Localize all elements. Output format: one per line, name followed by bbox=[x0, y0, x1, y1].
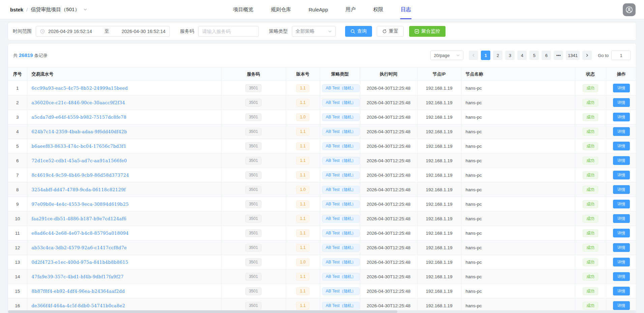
strategy-tag-cell: AB Test（随机）. bbox=[320, 81, 360, 95]
node-name-cell: hans-pc bbox=[461, 284, 575, 298]
transaction-id-link[interactable]: faa291ce-db51-4886-b187-b9e7cd124af6 bbox=[32, 216, 127, 221]
horizontal-scrollbar[interactable] bbox=[8, 310, 636, 313]
end-datetime[interactable]: 2026-04-30 16:52:14 bbox=[122, 29, 165, 34]
version-tag-cell: 1.1 bbox=[286, 240, 320, 255]
goto-page-input[interactable] bbox=[611, 51, 631, 60]
page-button-5[interactable]: 5 bbox=[529, 51, 539, 60]
detail-button[interactable]: 详情 bbox=[613, 287, 630, 295]
service-code-tag: 3501 bbox=[245, 157, 262, 165]
detail-button[interactable]: 详情 bbox=[613, 127, 630, 136]
detail-button[interactable]: 详情 bbox=[613, 258, 630, 266]
tab-logs[interactable]: 日志 bbox=[400, 0, 411, 19]
next-page-button[interactable] bbox=[582, 51, 592, 60]
transaction-id-link[interactable]: 0d2f4723-e1ec-400d-975a-841b4b8b8615 bbox=[32, 260, 128, 265]
aggregate-monitor-button[interactable]: 聚合监控 bbox=[409, 26, 446, 37]
page-button-1[interactable]: 1 bbox=[481, 51, 490, 60]
tab-permissions[interactable]: 权限 bbox=[372, 0, 384, 19]
transaction-id-link[interactable]: 47fa9e39-357c-4bd1-bf4b-9dbf17fa9f27 bbox=[32, 274, 124, 279]
detail-button[interactable]: 详情 bbox=[613, 113, 630, 121]
exec-time-cell: 2026-04-30T12:25:48 bbox=[360, 153, 417, 168]
search-button[interactable]: 查询 bbox=[345, 26, 372, 37]
service-code-tag: 3501 bbox=[245, 200, 262, 208]
detail-button[interactable]: 详情 bbox=[613, 272, 630, 281]
page-button-6[interactable]: 6 bbox=[542, 51, 551, 60]
status-tag: 成功 bbox=[583, 157, 598, 165]
log-table-card: 共26819条记录 20/page 123456•••1341 Go to bbox=[8, 43, 636, 313]
node-ip-cell: 192.168.1.19 bbox=[417, 81, 461, 95]
tab-users[interactable]: 用户 bbox=[345, 0, 356, 19]
strategy-tag-cell: AB Test（随机）. bbox=[320, 211, 360, 226]
detail-button-cell: 详情 bbox=[606, 139, 636, 153]
service-code-tag: 3501 bbox=[245, 273, 262, 281]
status-tag-cell: 成功 bbox=[575, 95, 606, 110]
node-ip-cell: 192.168.1.19 bbox=[417, 197, 461, 211]
detail-button[interactable]: 详情 bbox=[613, 171, 630, 179]
transaction-id-cell: a36020ce-c21c-4846-90ce-30aacc9f2f34 bbox=[27, 95, 221, 110]
column-header-2: 服务码 bbox=[221, 67, 286, 81]
node-ip-cell: 192.168.1.19 bbox=[417, 168, 461, 182]
status-tag-cell: 成功 bbox=[575, 110, 606, 124]
table-row: 16cc99a93-eac5-4c75-8b52-24999a15beed350… bbox=[8, 81, 636, 95]
transaction-id-link[interactable]: 97e09b0e-4e4c-4553-9eca-30894d619b25 bbox=[32, 202, 129, 207]
transaction-id-link[interactable]: 3254abff-dd47-4789-9cda-06118c82129f bbox=[32, 187, 126, 192]
status-tag-cell: 成功 bbox=[575, 139, 606, 153]
detail-button-cell: 详情 bbox=[606, 255, 636, 269]
transaction-id-link[interactable]: de366f4f-464a-4c5f-8db0-54741b0ca8e2 bbox=[32, 303, 125, 308]
scrollbar-thumb[interactable] bbox=[8, 310, 397, 313]
reset-button[interactable]: 重置 bbox=[377, 26, 404, 37]
transaction-id-link[interactable]: e8ad6c44-2e68-4e07-b4c8-85795a018094 bbox=[32, 231, 129, 236]
strategy-tag: AB Test（随机） bbox=[322, 128, 360, 136]
user-avatar[interactable] bbox=[623, 3, 636, 16]
node-name-cell: hans-pc bbox=[461, 226, 575, 240]
tab-project-overview[interactable]: 项目概览 bbox=[233, 0, 254, 19]
transaction-id-link[interactable]: 8c4619c4-9c59-4b46-9cb9-86d58d373724 bbox=[32, 173, 129, 178]
strategy-select[interactable]: 全部策略 bbox=[292, 26, 336, 37]
status-tag: 成功 bbox=[583, 200, 598, 208]
detail-button[interactable]: 详情 bbox=[613, 156, 630, 165]
more-pages-button[interactable]: ••• bbox=[554, 51, 563, 60]
transaction-id-cell: a5cda7d9-e64f-4559-b982-75157dc8fe78 bbox=[27, 110, 221, 124]
version-tag-cell: 1.1 bbox=[286, 81, 320, 95]
detail-button[interactable]: 详情 bbox=[613, 142, 630, 150]
transaction-id-link[interactable]: b6aeef83-8633-474c-bc04-17656c7bd3f1 bbox=[32, 144, 127, 149]
detail-button[interactable]: 详情 bbox=[613, 84, 630, 92]
date-range-input[interactable]: 2026-04-29 16:52:14 至 2026-04-30 16:52:1… bbox=[36, 26, 170, 37]
page-button-3[interactable]: 3 bbox=[505, 51, 515, 60]
tab-ruleapp[interactable]: RuleApp bbox=[308, 0, 329, 19]
service-code-input[interactable] bbox=[198, 26, 259, 37]
detail-button[interactable]: 详情 bbox=[613, 200, 630, 208]
breadcrumb-org[interactable]: bstek bbox=[10, 7, 23, 12]
detail-button[interactable]: 详情 bbox=[613, 98, 630, 107]
transaction-id-link[interactable]: a5cda7d9-e64f-4559-b982-75157dc8fe78 bbox=[32, 115, 127, 120]
node-ip-cell: 192.168.1.19 bbox=[417, 153, 461, 168]
page-button-last[interactable]: 1341 bbox=[566, 51, 580, 60]
detail-button-cell: 详情 bbox=[606, 110, 636, 124]
detail-button[interactable]: 详情 bbox=[613, 185, 630, 194]
chevron-down-icon[interactable] bbox=[83, 7, 87, 11]
table-row: 130d2f4723-e1ec-400d-975a-841b4b8b861535… bbox=[8, 255, 636, 269]
status-tag-cell: 成功 bbox=[575, 240, 606, 255]
page-size-select[interactable]: 20/page bbox=[430, 51, 463, 60]
service-code-tag-cell: 3501 bbox=[221, 226, 286, 240]
transaction-id-link[interactable]: 6cc99a93-eac5-4c75-8b52-24999a15beed bbox=[32, 86, 128, 91]
transaction-id-link[interactable]: a36020ce-c21c-4846-90ce-30aacc9f2f34 bbox=[32, 100, 125, 105]
transaction-id-link[interactable]: 8b87f8f4-eb92-4df4-96ea-b24364aaf2dd bbox=[32, 289, 125, 294]
detail-button[interactable]: 详情 bbox=[613, 243, 630, 252]
detail-button[interactable]: 详情 bbox=[613, 301, 630, 310]
detail-button[interactable]: 详情 bbox=[613, 229, 630, 237]
exec-time-cell: 2026-04-30T12:25:48 bbox=[360, 211, 417, 226]
status-tag: 成功 bbox=[583, 287, 598, 295]
tab-rule-repo[interactable]: 规则仓库 bbox=[270, 0, 292, 19]
node-ip-cell: 192.168.1.19 bbox=[417, 95, 461, 110]
prev-page-button[interactable] bbox=[469, 51, 478, 60]
page-button-2[interactable]: 2 bbox=[493, 51, 502, 60]
breadcrumb-project[interactable]: 信贷审批项目（501） bbox=[31, 6, 80, 13]
start-datetime[interactable]: 2026-04-29 16:52:14 bbox=[48, 29, 92, 34]
node-name-cell: hans-pc bbox=[461, 255, 575, 269]
transaction-id-link[interactable]: 72d1ce52-cdb1-45a5-ad7c-aa91a1566fe0 bbox=[32, 158, 127, 163]
transaction-id-link[interactable]: ab53c4ca-3db2-4579-92a6-c1417ccf8d7e bbox=[32, 245, 127, 250]
page-button-4[interactable]: 4 bbox=[517, 51, 527, 60]
transaction-id-link[interactable]: 624b7c14-2359-4bab-adaa-9f6dd40df42b bbox=[32, 129, 127, 134]
status-tag-cell: 成功 bbox=[575, 211, 606, 226]
detail-button[interactable]: 详情 bbox=[613, 214, 630, 223]
